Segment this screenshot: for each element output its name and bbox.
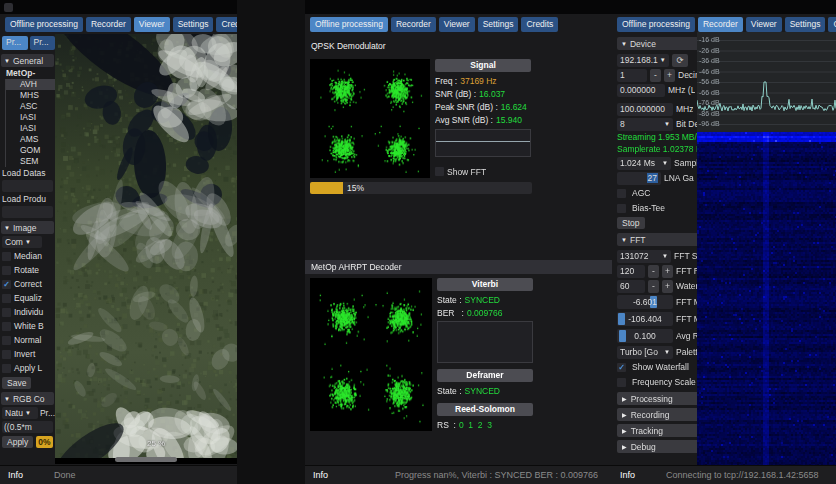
option-normalize[interactable]: Normal xyxy=(0,333,55,347)
refresh-devices-button[interactable]: ⟳ xyxy=(672,54,688,67)
tracking-section-header[interactable]: ▶ Tracking xyxy=(617,424,699,437)
bit-depth-combo[interactable]: 8▼ xyxy=(617,118,673,131)
tree-item-mhs[interactable]: MHS xyxy=(5,90,55,101)
processing-section-header[interactable]: ▶ Processing xyxy=(617,392,699,405)
debug-section-header[interactable]: ▶ Debug xyxy=(617,440,699,453)
frequency-input[interactable]: 100.000000 xyxy=(617,103,673,116)
decimation-input[interactable]: 1 xyxy=(617,69,647,82)
option-rotate[interactable]: Rotate xyxy=(0,263,55,277)
option-apply-lut[interactable]: Apply L xyxy=(0,361,55,375)
composite-combo[interactable]: Com ▼ xyxy=(2,236,42,248)
tab-offline-processing[interactable]: Offline processing xyxy=(5,17,83,32)
tab-viewer[interactable]: Viewer xyxy=(134,17,170,32)
fft-rate-input[interactable]: 120 xyxy=(617,265,645,278)
image-section-header[interactable]: ▼ Image xyxy=(1,221,54,234)
tab-credits[interactable]: Credits xyxy=(828,17,836,32)
image-viewer[interactable]: 25 % xyxy=(55,34,237,464)
lo-offset-input[interactable]: 0.000000 xyxy=(617,84,665,97)
option-correct[interactable]: ✓Correct xyxy=(0,277,55,291)
waterfall-rate-minus-button[interactable]: - xyxy=(648,280,659,293)
recording-section-header[interactable]: ▶ Recording xyxy=(617,408,699,421)
slider-grab[interactable] xyxy=(618,313,625,325)
db-tick-label: -96 dB xyxy=(699,120,720,128)
tab-settings[interactable]: Settings xyxy=(173,17,214,32)
agc-checkbox[interactable]: AGC xyxy=(617,186,699,200)
tree-item-sem[interactable]: SEM xyxy=(5,156,55,167)
tab-credits[interactable]: Credits xyxy=(216,17,237,32)
tab-recorder[interactable]: Recorder xyxy=(86,17,131,32)
scrollbar-handle[interactable] xyxy=(115,457,177,462)
decoder-title[interactable]: MetOp AHRPT Decoder xyxy=(305,260,612,274)
tab-viewer[interactable]: Viewer xyxy=(439,17,475,32)
stop-button[interactable]: Stop xyxy=(617,217,645,229)
tab-offline-processing[interactable]: Offline processing xyxy=(310,17,388,32)
tree-item-iasi-1[interactable]: IASI xyxy=(5,112,55,123)
snr-meter xyxy=(435,129,531,157)
device-section-header[interactable]: ▼ Device xyxy=(617,37,699,50)
waterfall-rate-input[interactable]: 60 xyxy=(617,280,645,293)
decimation-plus-button[interactable]: + xyxy=(664,69,675,82)
tab-recorder[interactable]: Recorder xyxy=(698,17,743,32)
tree-item-amsu[interactable]: AMS xyxy=(5,134,55,145)
samplerate-status-text: Samplerate 1.02378 M xyxy=(617,144,699,155)
fft-min-slider[interactable]: -106.404 xyxy=(617,312,673,326)
lo-offset-label: MHz (L xyxy=(668,85,695,95)
tree-header-general[interactable]: ▼ General xyxy=(1,54,54,67)
option-individual[interactable]: Individu xyxy=(0,305,55,319)
tab-recorder[interactable]: Recorder xyxy=(391,17,436,32)
waterfall-rate-plus-button[interactable]: + xyxy=(662,280,673,293)
palette-combo[interactable]: Turbo [Go▼ xyxy=(617,346,673,359)
load-products-input[interactable] xyxy=(2,206,53,218)
rgb-equation-input[interactable]: ((0.5*m xyxy=(2,421,53,433)
fft-size-combo[interactable]: 131072▼ xyxy=(617,250,671,263)
lna-gain-input[interactable]: 27 xyxy=(617,172,661,185)
save-button[interactable]: Save xyxy=(2,377,31,389)
rgb-preset-combo[interactable]: Natu ▼ xyxy=(2,407,38,419)
fft-size-label: FFT Siz xyxy=(674,251,699,261)
show-waterfall-checkbox[interactable]: ✓ Show Waterfall xyxy=(617,360,699,374)
tab-settings[interactable]: Settings xyxy=(785,17,826,32)
chevron-down-icon: ▼ xyxy=(4,58,10,64)
db-tick-label: -36 dB xyxy=(699,57,720,65)
option-label: Equaliz xyxy=(14,293,42,303)
fft-rate-plus-button[interactable]: + xyxy=(662,265,673,278)
tree-item-gome[interactable]: GOM xyxy=(5,145,55,156)
option-median[interactable]: Median xyxy=(0,249,55,263)
satellite-image[interactable] xyxy=(55,34,237,458)
tab-viewer[interactable]: Viewer xyxy=(746,17,782,32)
option-white-balance[interactable]: White B xyxy=(0,319,55,333)
fft-max-slider[interactable]: -6.601 xyxy=(617,295,673,309)
tree-group-metop[interactable]: MetOp- xyxy=(0,68,55,79)
option-invert[interactable]: Invert xyxy=(0,347,55,361)
checkbox-icon xyxy=(2,252,11,261)
tab-settings[interactable]: Settings xyxy=(478,17,519,32)
tab-offline-processing[interactable]: Offline processing xyxy=(617,17,695,32)
status-info-label: Info xyxy=(612,470,666,480)
tab-credits[interactable]: Credits xyxy=(521,17,558,32)
tree-item-ascat[interactable]: ASC xyxy=(5,101,55,112)
chevron-down-icon: ▼ xyxy=(664,118,670,131)
viterbi-state-label: State : xyxy=(437,295,462,305)
rgb-section-header[interactable]: ▼ RGB Co xyxy=(1,392,54,405)
decimation-minus-button[interactable]: - xyxy=(650,69,661,82)
demodulator-title[interactable]: QPSK Demodulator xyxy=(311,40,612,53)
tree-item-avhrr[interactable]: AVH xyxy=(5,79,55,90)
load-dataset-input[interactable] xyxy=(2,180,53,192)
lna-gain-value: 27 xyxy=(647,173,658,183)
product-tab-2[interactable]: Pr... xyxy=(30,36,56,50)
bias-tee-checkbox[interactable]: Bias-Tee xyxy=(617,201,699,215)
option-equalize[interactable]: Equaliz xyxy=(0,291,55,305)
product-tab-1[interactable]: Pr... xyxy=(2,36,28,50)
fft-section-header[interactable]: ▼ FFT xyxy=(617,233,699,246)
device-combo[interactable]: 192.168.1▼ xyxy=(617,54,669,67)
slider-grab[interactable] xyxy=(619,330,626,342)
fft-rate-minus-button[interactable]: - xyxy=(648,265,659,278)
frequency-scale-checkbox[interactable]: Frequency Scale xyxy=(617,375,699,389)
avg-rate-slider[interactable]: 0.100 xyxy=(617,329,673,343)
tree-item-iasi-2[interactable]: IASI xyxy=(5,123,55,134)
apply-button[interactable]: Apply xyxy=(2,436,33,448)
show-fft-checkbox[interactable]: Show FFT xyxy=(435,165,531,178)
palette-label: Palette xyxy=(676,347,699,357)
samplerate-combo[interactable]: 1.024 Ms▼ xyxy=(617,157,671,170)
horizontal-scrollbar[interactable] xyxy=(55,457,237,462)
